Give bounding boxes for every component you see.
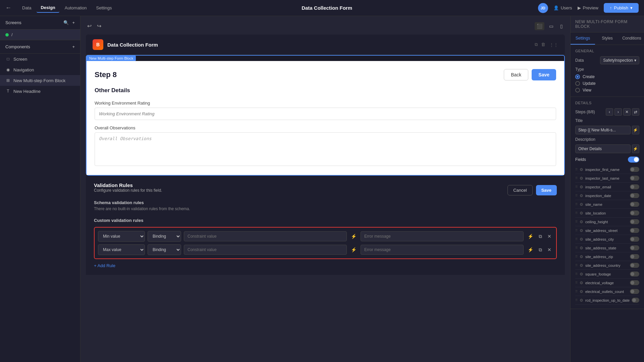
field-gear-icon[interactable]: ⚙: [580, 211, 583, 216]
more-options-icon[interactable]: ⋮⋮: [549, 42, 558, 47]
description-input[interactable]: [575, 144, 631, 153]
field-toggle[interactable]: [630, 280, 639, 285]
tab-settings[interactable]: Settings: [571, 33, 595, 45]
sidebar-item-form-block[interactable]: ⊞ New Multi-step Form Block: [0, 75, 80, 86]
field-gear-icon[interactable]: ⚙: [580, 167, 583, 172]
drag-handle[interactable]: ⠿: [575, 298, 578, 302]
drag-handle[interactable]: ⠿: [575, 176, 578, 180]
redo-button[interactable]: ↪: [96, 21, 103, 31]
drag-handle[interactable]: ⠿: [575, 229, 578, 232]
sidebar-item-screen-root[interactable]: /: [0, 29, 80, 40]
nav-tab-automation[interactable]: Automation: [61, 3, 91, 13]
delete-rule-icon-min[interactable]: ✕: [546, 232, 553, 240]
preview-button[interactable]: ▶ Preview: [578, 5, 598, 10]
rule-type-select-min[interactable]: Min value Max value: [98, 231, 145, 242]
fields-toggle[interactable]: [628, 157, 639, 163]
step-delete-button[interactable]: ✕: [623, 108, 631, 116]
copy-icon[interactable]: ⧉: [535, 42, 538, 47]
create-radio[interactable]: [575, 74, 580, 79]
tab-styles[interactable]: Styles: [595, 33, 620, 45]
overall-obs-textarea[interactable]: Overall Observations: [95, 132, 556, 166]
field-gear-icon[interactable]: ⚙: [580, 193, 583, 198]
drag-handle[interactable]: ⠿: [575, 290, 578, 293]
field-gear-icon[interactable]: ⚙: [580, 289, 583, 294]
type-update[interactable]: Update: [575, 81, 639, 86]
save-step-button[interactable]: Save: [532, 69, 556, 80]
title-lightning-button[interactable]: ⚡: [632, 126, 639, 134]
nav-tab-design[interactable]: Design: [37, 3, 59, 13]
field-gear-icon[interactable]: ⚙: [580, 246, 583, 250]
drag-handle[interactable]: ⠿: [575, 194, 578, 197]
drag-handle[interactable]: ⠿: [575, 237, 578, 241]
add-rule-button[interactable]: + Add Rule: [94, 263, 115, 268]
field-toggle[interactable]: [632, 298, 639, 303]
screens-icons[interactable]: 🔍 +: [63, 20, 75, 25]
field-gear-icon[interactable]: ⚙: [580, 176, 583, 181]
nav-tab-settings[interactable]: Settings: [92, 3, 116, 13]
field-gear-icon[interactable]: ⚙: [580, 185, 583, 189]
step-next-button[interactable]: ›: [614, 108, 622, 116]
drag-handle[interactable]: ⠿: [575, 246, 578, 250]
mobile-view-button[interactable]: ▯: [558, 22, 565, 30]
copy-rule-icon-min[interactable]: ⧉: [537, 232, 543, 241]
tab-conditions[interactable]: Conditions: [620, 33, 644, 45]
rule-type-select-max[interactable]: Max value Min value: [98, 244, 145, 255]
field-toggle[interactable]: [630, 202, 639, 207]
description-lightning-button[interactable]: ⚡: [632, 144, 639, 153]
drag-handle[interactable]: ⠿: [575, 272, 578, 276]
data-dropdown[interactable]: SafetyInspection ▾: [600, 56, 639, 64]
search-icon[interactable]: 🔍: [63, 20, 69, 25]
constraint-input-max[interactable]: [184, 245, 347, 255]
field-toggle[interactable]: [630, 184, 639, 189]
field-toggle[interactable]: [630, 254, 639, 259]
sidebar-item-screen[interactable]: □ Screen: [0, 54, 80, 64]
tablet-view-button[interactable]: ▭: [547, 22, 555, 30]
title-input[interactable]: [575, 126, 631, 134]
sidebar-item-headline[interactable]: T New Headline: [0, 86, 80, 97]
field-toggle[interactable]: [630, 219, 639, 224]
field-gear-icon[interactable]: ⚙: [580, 202, 583, 207]
step-prev-button[interactable]: ‹: [606, 108, 613, 116]
copy-rule-icon-max[interactable]: ⧉: [537, 246, 543, 254]
lightning-icon-min[interactable]: ⚡: [350, 232, 358, 240]
field-gear-icon[interactable]: ⚙: [580, 237, 583, 242]
rule-binding-select-min[interactable]: Binding: [148, 231, 181, 242]
field-toggle[interactable]: [630, 210, 639, 216]
step-share-button[interactable]: ⇄: [632, 108, 639, 116]
delete-rule-icon-max[interactable]: ✕: [546, 246, 553, 254]
users-button[interactable]: 👤 Users: [553, 5, 572, 10]
field-toggle[interactable]: [630, 228, 639, 233]
working-env-input[interactable]: [95, 108, 556, 120]
field-toggle[interactable]: [630, 237, 639, 242]
add-component-icon[interactable]: +: [72, 44, 75, 49]
field-toggle[interactable]: [630, 245, 639, 250]
lightning-icon-error-min[interactable]: ⚡: [526, 232, 535, 240]
lightning-icon-max[interactable]: ⚡: [350, 246, 358, 254]
drag-handle[interactable]: ⠿: [575, 202, 578, 206]
sidebar-item-navigation[interactable]: ◉ Navigation: [0, 64, 80, 75]
back-button[interactable]: ←: [5, 4, 11, 11]
form-card-icons[interactable]: ⧉ 🗑: [535, 42, 545, 47]
lightning-icon-error-max[interactable]: ⚡: [526, 246, 535, 254]
field-toggle[interactable]: [630, 176, 639, 181]
field-toggle[interactable]: [630, 263, 639, 268]
add-screen-icon[interactable]: +: [72, 20, 75, 25]
field-gear-icon[interactable]: ⚙: [580, 272, 583, 277]
field-gear-icon[interactable]: ⚙: [580, 298, 583, 303]
type-view[interactable]: View: [575, 88, 639, 93]
cancel-button[interactable]: Cancel: [507, 185, 532, 195]
field-gear-icon[interactable]: ⚙: [580, 220, 583, 224]
field-gear-icon[interactable]: ⚙: [580, 254, 583, 259]
undo-button[interactable]: ↩: [86, 21, 93, 31]
type-create[interactable]: Create: [575, 74, 639, 79]
save-validation-button[interactable]: Save: [536, 185, 557, 195]
field-gear-icon[interactable]: ⚙: [580, 263, 583, 268]
drag-handle[interactable]: ⠿: [575, 185, 578, 189]
field-toggle[interactable]: [630, 289, 639, 294]
desktop-view-button[interactable]: ⬛: [535, 22, 544, 30]
publish-button[interactable]: ↑ Publish ▾: [604, 3, 639, 13]
error-input-min[interactable]: [361, 231, 524, 241]
drag-handle[interactable]: ⠿: [575, 211, 578, 215]
field-toggle[interactable]: [630, 167, 639, 172]
delete-icon[interactable]: 🗑: [541, 42, 545, 47]
